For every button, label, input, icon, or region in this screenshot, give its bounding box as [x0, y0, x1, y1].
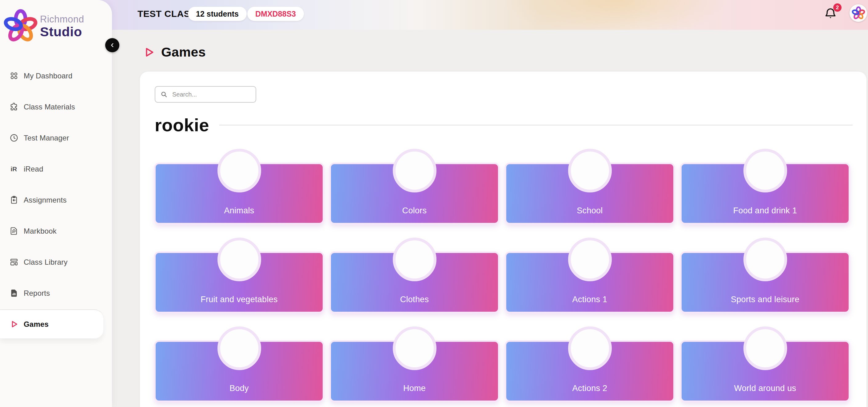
game-card-animals[interactable]: Animals: [154, 163, 324, 225]
user-avatar[interactable]: [849, 4, 867, 22]
game-card-label: Clothes: [331, 295, 498, 304]
game-thumbnail-circle: [743, 149, 787, 193]
notifications-button[interactable]: 2: [824, 7, 841, 24]
sidebar-item-label: iRead: [24, 165, 43, 173]
play-icon: [9, 319, 19, 329]
brand-name-top: Richmond: [40, 14, 84, 24]
game-thumbnail-circle: [568, 149, 612, 193]
layout-grid-icon: [9, 257, 19, 267]
sidebar-item-class-materials[interactable]: Class Materials: [0, 91, 112, 122]
game-thumbnail-circle: [393, 327, 436, 370]
sidebar-item-label: Class Library: [24, 258, 68, 267]
puzzle-icon: [9, 102, 19, 111]
game-thumbnail-circle: [743, 327, 787, 370]
game-card-label: Actions 2: [506, 384, 673, 393]
game-card-label: Food and drink 1: [682, 206, 848, 215]
game-card-school[interactable]: School: [505, 163, 675, 225]
sidebar-item-class-library[interactable]: Class Library: [0, 246, 112, 278]
game-card-label: Home: [331, 384, 498, 393]
clock-icon: [9, 133, 19, 143]
play-icon: [143, 45, 155, 59]
class-name: TEST CLASS: [137, 9, 196, 19]
section-title: rookie: [155, 115, 209, 135]
game-thumbnail-circle: [217, 238, 261, 281]
sidebar-item-games[interactable]: Games: [0, 310, 103, 339]
sidebar-item-test-manager[interactable]: Test Manager: [0, 122, 112, 154]
game-card-actions-2[interactable]: Actions 2: [505, 340, 675, 402]
game-card-label: Fruit and vegetables: [156, 295, 323, 304]
section-divider: [219, 125, 852, 126]
game-thumbnail-circle: [568, 327, 612, 370]
game-thumbnail-circle: [217, 149, 261, 193]
avatar-logo-knot: [852, 6, 865, 20]
game-card-world-around-us[interactable]: World around us: [680, 340, 850, 402]
students-badge: 12 students: [188, 7, 247, 21]
sidebar-item-label: Test Manager: [24, 134, 69, 142]
sidebar-item-markbook[interactable]: Markbook: [0, 215, 112, 246]
svg-text:iR: iR: [11, 165, 17, 172]
chevron-left-icon: [109, 42, 116, 48]
dashboard-icon: [9, 71, 19, 80]
search-input[interactable]: [172, 91, 251, 98]
page-header: Games: [143, 44, 206, 60]
sidebar-item-label: Class Materials: [24, 103, 75, 111]
sidebar-item-iread[interactable]: iRiRead: [0, 154, 112, 184]
top-header: TEST CLASS 12 students DMXD88S3 2: [0, 0, 868, 30]
main-area: Games rookie AnimalsColorsSchoolFood and…: [112, 30, 868, 407]
sidebar-item-label: Assignments: [24, 196, 67, 204]
game-card-actions-1[interactable]: Actions 1: [505, 251, 675, 313]
notification-count-badge: 2: [833, 3, 841, 12]
game-card-label: Animals: [156, 206, 323, 215]
game-thumbnail-circle: [393, 238, 436, 281]
richmond-knot-icon: [4, 9, 37, 44]
brand-name-bottom: Studio: [40, 25, 84, 38]
game-card-sports-and-leisure[interactable]: Sports and leisure: [680, 251, 850, 313]
game-card-label: Sports and leisure: [682, 295, 848, 304]
sidebar: Richmond Studio My DashboardClass Materi…: [0, 0, 112, 407]
game-card-label: Actions 1: [506, 295, 673, 304]
sidebar-item-my-dashboard[interactable]: My Dashboard: [0, 60, 112, 91]
class-code-badge[interactable]: DMXD88S3: [247, 7, 304, 21]
sidebar-item-label: Games: [24, 320, 49, 329]
game-card-fruit-and-vegetables[interactable]: Fruit and vegetables: [154, 251, 324, 313]
sidebar-item-label: Markbook: [24, 227, 57, 235]
games-grid: AnimalsColorsSchoolFood and drink 1Fruit…: [154, 163, 850, 402]
game-card-home[interactable]: Home: [330, 340, 499, 402]
sidebar-collapse-button[interactable]: [105, 38, 119, 52]
game-card-food-and-drink-1[interactable]: Food and drink 1: [680, 163, 850, 225]
page-title: Games: [161, 44, 206, 60]
iread-icon: iR: [9, 164, 19, 174]
game-thumbnail-circle: [217, 327, 261, 370]
game-card-label: Colors: [331, 206, 498, 215]
search-icon: [160, 91, 168, 98]
game-thumbnail-circle: [393, 149, 436, 193]
document-search-icon: [9, 226, 19, 236]
games-panel: rookie AnimalsColorsSchoolFood and drink…: [140, 72, 866, 407]
sidebar-item-label: Reports: [24, 289, 50, 298]
app-window: TEST CLASS 12 students DMXD88S3 2: [0, 0, 868, 407]
clipboard-arrow-icon: [9, 195, 19, 205]
sidebar-nav: My DashboardClass MaterialsTest Manageri…: [0, 60, 112, 340]
game-card-body[interactable]: Body: [154, 340, 324, 402]
sidebar-item-reports[interactable]: Reports: [0, 278, 112, 309]
game-thumbnail-circle: [743, 238, 787, 281]
brand-logo[interactable]: Richmond Studio: [4, 9, 84, 44]
game-thumbnail-circle: [568, 238, 612, 281]
game-card-clothes[interactable]: Clothes: [330, 251, 499, 313]
game-card-label: World around us: [682, 384, 848, 393]
section-header: rookie: [155, 115, 852, 135]
search-box[interactable]: [155, 86, 256, 103]
sidebar-item-assignments[interactable]: Assignments: [0, 184, 112, 215]
game-card-label: Body: [156, 384, 323, 393]
bar-chart-doc-icon: [9, 289, 19, 298]
game-card-label: School: [506, 206, 673, 215]
sidebar-item-label: My Dashboard: [24, 72, 72, 80]
game-card-colors[interactable]: Colors: [330, 163, 499, 225]
